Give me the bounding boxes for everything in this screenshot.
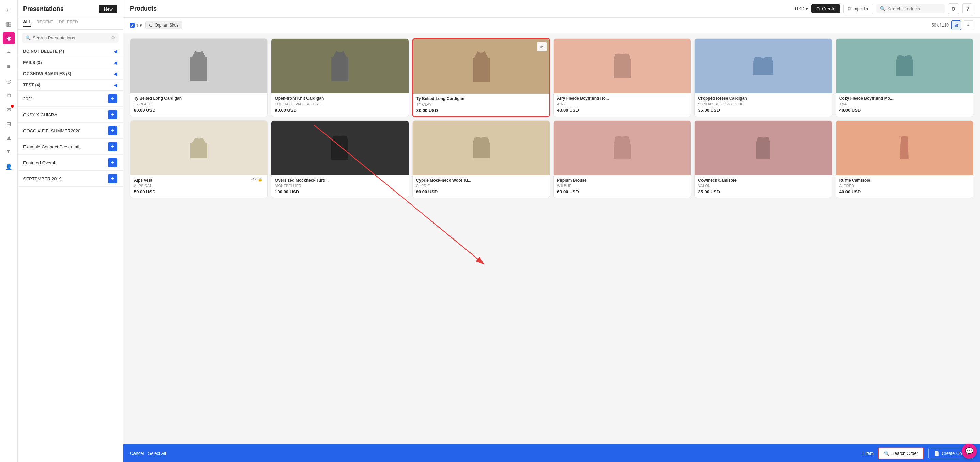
item-label: Example Connect Presentati... [23,144,108,149]
product-image [413,121,550,175]
copy-icon[interactable]: ⧉ [3,89,15,102]
add-to-presentation-button[interactable]: + [108,110,118,119]
product-image [271,121,408,175]
product-price: 35.00 USD [698,108,828,113]
sidebar-item-2021[interactable]: 2021 + [18,91,123,107]
arrow-icon: ◀ [114,60,118,65]
create-button[interactable]: ⊕ Create [811,4,840,13]
orphan-skus-filter[interactable]: ⊙ Orphan Skus [145,21,182,29]
sidebar-group-test[interactable]: TEST (4) ◀ [18,79,123,91]
tab-all[interactable]: ALL [23,20,31,27]
help-button[interactable]: ? [962,3,973,14]
table-icon[interactable]: ⊞ [3,118,15,130]
import-icon: ⧉ [848,6,851,11]
import-label: Import [852,6,865,11]
add-to-presentation-button[interactable]: + [108,126,118,135]
shield-icon[interactable]: ⛨ [3,146,15,159]
add-to-presentation-button[interactable]: + [108,94,118,103]
user-icon[interactable]: ♟ [3,132,15,144]
person-icon[interactable]: 👤 [3,160,15,173]
item-label: COCO X FIFI SUMMER2020 [23,128,108,133]
add-to-presentation-button[interactable]: + [108,142,118,151]
product-card-olivia[interactable]: Open-front Knit Cardigan LUCIDA OLIVIA L… [271,38,409,117]
product-info: Cowlneck Camisole VALON 35.00 USD [695,175,832,198]
product-name: Cropped Reese Cardigan [698,96,828,102]
brand-icon[interactable]: ◉ [3,32,15,44]
tab-deleted[interactable]: DELETED [59,20,78,27]
cancel-button[interactable]: Cancel [130,451,144,456]
product-brand: SUNDAY BEST SKY BLUE [698,102,828,106]
product-card-ty-black[interactable]: Ty Belted Long Cardigan TY BLACK 80.00 U… [130,38,268,117]
total-count: 50 of 110 [932,23,949,27]
sidebar-item-featured-overall[interactable]: Featured Overall + [18,155,123,171]
filter-icon[interactable]: ⚙ [111,35,115,40]
eye-icon[interactable]: ◎ [3,75,15,87]
create-icon: ⊕ [816,6,820,11]
select-checkbox-container[interactable]: 1 ▾ [130,23,142,28]
product-info: Alps Vest ALPS OAK 50.00 USD [130,175,267,198]
sidebar-item-coco[interactable]: COCO X FIFI SUMMER2020 + [18,123,123,139]
grid-icon[interactable]: ▦ [3,18,15,30]
sidebar: Presentations New ALL RECENT DELETED 🔍 ⚙… [18,0,123,462]
message-icon[interactable]: ✉ [3,103,15,116]
product-info: Airy Fleece Boyfriend Ho... AIRY 40.00 U… [554,93,690,116]
select-all-button[interactable]: Select All [148,451,166,456]
add-to-presentation-button[interactable]: + [108,174,118,183]
layers-icon[interactable]: ≡ [3,60,15,73]
select-checkbox[interactable] [130,23,135,27]
product-card-airy[interactable]: Airy Fleece Boyfriend Ho... AIRY 40.00 U… [553,38,691,117]
product-name: Cozy Fleece Boyfriend Mo... [839,96,969,102]
products-area: Ty Belted Long Cardigan TY BLACK 80.00 U… [123,33,980,444]
product-card-cyprie[interactable]: Cyprie Mock-neck Wool Tu... CYPRIE 80.00… [412,121,550,198]
product-image [695,39,832,93]
product-card-alps-vest[interactable]: *14 🔒 Alps Vest ALPS OAK 50.00 USD [130,121,268,198]
product-name: Ty Belted Long Cardigan [417,96,546,102]
chevron-down-icon: ▾ [140,23,142,28]
product-price: 40.00 USD [839,108,969,113]
sidebar-item-example[interactable]: Example Connect Presentati... + [18,139,123,155]
product-card-ty-clay[interactable]: ✏ Ty Belted Long Cardigan TY CLAY 80.00 … [412,38,550,117]
group-label-do-not-delete: DO NOT DELETE (4) [23,49,114,54]
search-presentations-input[interactable] [33,35,109,40]
sidebar-item-cksy[interactable]: CKSY X CHIARA + [18,107,123,123]
group-label-test: TEST (4) [23,83,114,87]
product-name: Cyprie Mock-neck Wool Tu... [416,178,546,183]
search-products-input[interactable] [888,6,941,11]
currency-selector[interactable]: USD ▾ [795,6,808,11]
product-price: 60.00 USD [557,189,687,194]
sidebar-item-september[interactable]: SEPTEMBER 2019 + [18,171,123,187]
item-label: CKSY X CHIARA [23,112,108,117]
product-card-cropped-reese[interactable]: Cropped Reese Cardigan SUNDAY BEST SKY B… [694,38,832,117]
edit-icon-button[interactable]: ✏ [537,42,547,51]
search-order-label: Search Order [891,451,918,456]
product-card-ruffle[interactable]: Ruffle Camisole ALFRED 40.00 USD [835,121,973,198]
product-info: Cozy Fleece Boyfriend Mo... TNA 40.00 US… [836,93,973,116]
product-info: Peplum Blouse WILBUR 60.00 USD [554,175,690,198]
grid-view-button[interactable]: ⊞ [951,21,961,30]
currency-label: USD [795,6,804,11]
tag-icon[interactable]: ✦ [3,46,15,59]
new-presentation-button[interactable]: New [99,5,118,13]
item-label: SEPTEMBER 2019 [23,176,108,181]
group-label-fails: FAILS (3) [23,60,114,65]
main-content: Products USD ▾ ⊕ Create ⧉ Import ▾ 🔍 ⚙ ?… [123,0,980,462]
product-brand: TY BLACK [134,102,264,106]
list-view-button[interactable]: ≡ [964,21,973,30]
filter-settings-button[interactable]: ⚙ [948,3,959,14]
sidebar-group-do-not-delete[interactable]: DO NOT DELETE (4) ◀ [18,46,123,57]
product-card-cozy-fleece[interactable]: Cozy Fleece Boyfriend Mo... TNA 40.00 US… [835,38,973,117]
tab-recent[interactable]: RECENT [37,20,53,27]
sidebar-group-o2[interactable]: O2 SHOW SAMPLES (3) ◀ [18,68,123,79]
filter-tag-icon: ⊙ [149,23,153,27]
product-card-mockneck[interactable]: Oversized Mockneck Turtl... MONTPELLIER … [271,121,409,198]
import-button[interactable]: ⧉ Import ▾ [843,4,873,14]
sidebar-group-fails[interactable]: FAILS (3) ◀ [18,57,123,68]
product-card-peplum[interactable]: Peplum Blouse WILBUR 60.00 USD [553,121,691,198]
product-image [554,121,690,175]
product-price: 50.00 USD [134,189,264,194]
product-card-cowlneck[interactable]: Cowlneck Camisole VALON 35.00 USD [694,121,832,198]
home-icon[interactable]: ⌂ [3,3,15,16]
chat-button[interactable]: 💬 [962,444,977,459]
add-to-presentation-button[interactable]: + [108,158,118,167]
search-order-button[interactable]: 🔍 Search Order [878,448,924,459]
